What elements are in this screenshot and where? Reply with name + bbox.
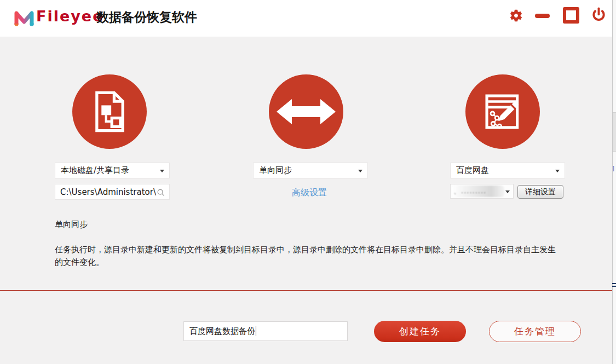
background-scrollbar-thumb [613,112,616,152]
edge-text-fragment: ] [612,166,616,171]
app-title: 数据备份恢复软件 [96,9,197,26]
target-type-dropdown[interactable]: 百度网盘 [450,163,565,178]
chevron-down-icon [358,170,362,172]
source-path-input[interactable]: C:\Users\Administrator\ [55,184,170,200]
sync-step-circle [269,74,343,149]
red-divider [0,290,616,291]
maximize-icon[interactable] [563,7,579,24]
source-type-value: 本地磁盘/共享目录 [61,165,129,176]
fileyee-window: Fileyee 数据备份恢复软件 [0,0,616,364]
source-step-circle [72,74,147,149]
task-name-value: 百度网盘数据备份 [189,326,255,337]
brand-name: Fileyee [36,8,104,25]
masked-account-value: 、......... [453,186,486,196]
details-settings-button[interactable]: 详细设置 [517,185,563,199]
background-window-edge [612,0,616,364]
chevron-down-icon [505,190,510,193]
task-manager-button[interactable]: 任务管理 [489,321,581,342]
sync-mode-value: 单向同步 [259,165,292,176]
edit-note-icon [482,91,523,132]
chevron-down-icon [555,170,560,172]
sync-mode-dropdown[interactable]: 单向同步 [253,163,368,178]
document-tree-icon [91,90,128,134]
target-type-value: 百度网盘 [456,165,489,176]
title-bar: Fileyee 数据备份恢复软件 [0,0,616,37]
text-caret [256,326,256,336]
edge-artifact [612,283,616,284]
target-account-dropdown[interactable]: 、......... [450,184,514,199]
task-name-input[interactable]: 百度网盘数据备份 [183,321,348,341]
target-step-circle [465,74,540,149]
source-type-dropdown[interactable]: 本地磁盘/共享目录 [55,163,170,178]
chevron-down-icon [160,170,164,172]
settings-icon[interactable] [509,8,523,23]
sync-mode-heading: 单向同步 [55,219,88,230]
double-arrow-icon [275,96,337,128]
fileyee-logo-icon [13,7,35,29]
minimize-icon[interactable] [535,14,550,18]
create-task-button[interactable]: 创建任务 [374,321,466,342]
edge-artifact [612,286,616,287]
sync-mode-description: 任务执行时，源目录中新建和更新的文件将被复制到目标目录中，源目录中删除的文件将在… [55,244,560,269]
search-icon[interactable] [156,188,165,197]
advanced-settings-link[interactable]: 高级设置 [292,187,327,199]
source-path-value: C:\Users\Administrator\ [60,187,156,197]
close-power-icon[interactable] [590,7,607,24]
